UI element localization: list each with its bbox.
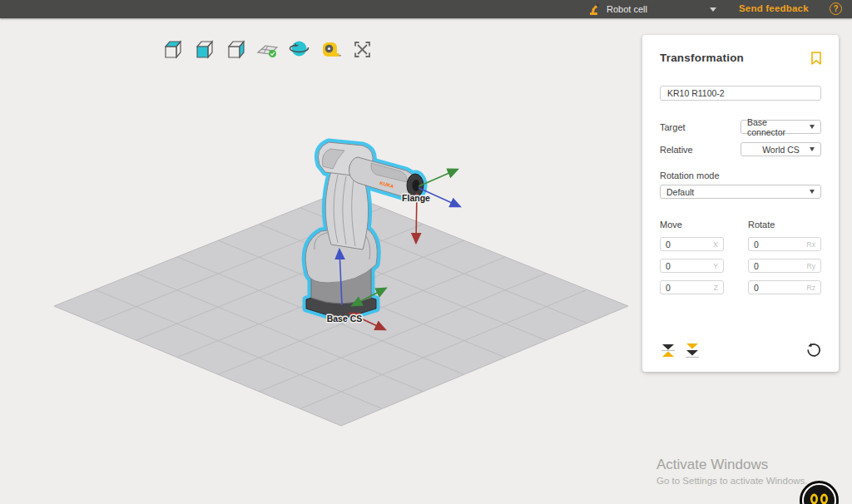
send-feedback-link[interactable]: Send feedback xyxy=(739,3,809,13)
robot-cell-icon xyxy=(587,2,601,16)
top-bar: Robot cell Send feedback ? xyxy=(0,0,852,18)
view-top-button[interactable] xyxy=(161,38,184,61)
panel-title: Transformation xyxy=(660,52,744,64)
view-side-icon xyxy=(225,38,247,61)
rotation-mode-label: Rotation mode xyxy=(660,170,821,180)
snap-down-icon xyxy=(662,344,674,350)
move-label: Move xyxy=(660,220,724,230)
chatbot-face-icon xyxy=(800,481,839,504)
move-z-suffix: Z xyxy=(714,284,718,292)
measure-tape-icon xyxy=(320,38,342,61)
move-y-field[interactable]: Y xyxy=(660,259,724,273)
target-label: Target xyxy=(660,122,686,132)
question-mark-icon: ? xyxy=(833,4,838,13)
view-top-icon xyxy=(161,38,184,61)
rotate-rz-field[interactable]: Rz xyxy=(748,280,821,294)
floor-grid-icon xyxy=(256,38,279,61)
chevron-down-icon xyxy=(710,7,716,12)
view-side-button[interactable] xyxy=(225,38,247,61)
rotate-label: Rotate xyxy=(748,220,821,230)
snap-together-button[interactable] xyxy=(660,342,676,358)
rotation-mode-select[interactable]: Default xyxy=(660,185,821,199)
fit-view-icon xyxy=(351,38,374,61)
move-y-suffix: Y xyxy=(713,262,718,270)
snap-to-floor-button[interactable] xyxy=(684,342,701,358)
chevron-down-icon xyxy=(810,125,815,129)
rotate-rx-field[interactable]: Rx xyxy=(748,237,821,251)
measure-tool-button[interactable] xyxy=(320,38,342,61)
relative-select[interactable]: World CS xyxy=(741,142,821,156)
target-select[interactable]: Base connector xyxy=(741,120,821,134)
target-select-value: Base connector xyxy=(747,117,805,137)
move-x-input[interactable] xyxy=(666,240,699,250)
floor-grid-toggle-button[interactable] xyxy=(256,38,279,61)
chevron-down-icon xyxy=(810,190,815,194)
bookmark-icon[interactable] xyxy=(811,52,821,65)
relative-select-value: World CS xyxy=(762,145,800,155)
orbit-view-icon xyxy=(288,38,310,61)
robot-cell-label: Robot cell xyxy=(607,4,647,14)
move-x-field[interactable]: X xyxy=(660,237,724,251)
orbit-view-button[interactable] xyxy=(288,38,310,61)
move-z-field[interactable]: Z xyxy=(660,280,724,294)
move-z-input[interactable] xyxy=(666,283,699,293)
view-front-icon xyxy=(193,38,215,61)
relative-label: Relative xyxy=(660,145,693,155)
rotate-rx-suffix: Rx xyxy=(807,240,815,249)
view-front-button[interactable] xyxy=(193,38,215,61)
help-button[interactable]: ? xyxy=(830,2,842,15)
rotate-ry-input[interactable] xyxy=(754,261,787,271)
transformation-panel: Transformation Target Base connector Rel… xyxy=(642,35,839,372)
move-x-suffix: X xyxy=(713,240,718,249)
flange-label: Flange xyxy=(402,193,430,203)
fit-view-button[interactable] xyxy=(351,38,374,61)
move-y-input[interactable] xyxy=(666,261,699,271)
drop-down-icon xyxy=(686,343,698,349)
rotate-ry-field[interactable]: Ry xyxy=(748,259,821,273)
component-name-input[interactable] xyxy=(660,86,821,101)
robot-cell-selector[interactable]: Robot cell xyxy=(587,0,722,18)
rotate-rz-suffix: Rz xyxy=(807,284,815,292)
rotate-rz-input[interactable] xyxy=(754,283,787,293)
rotate-rx-input[interactable] xyxy=(754,240,787,250)
chevron-down-icon xyxy=(810,147,815,151)
reset-button[interactable] xyxy=(806,343,821,358)
base-cs-label: Base CS xyxy=(327,314,363,324)
viewport-toolbar xyxy=(161,38,374,61)
rotation-mode-value: Default xyxy=(666,187,694,197)
chatbot-widget-button[interactable] xyxy=(800,481,839,504)
rotate-ry-suffix: Ry xyxy=(807,262,815,270)
